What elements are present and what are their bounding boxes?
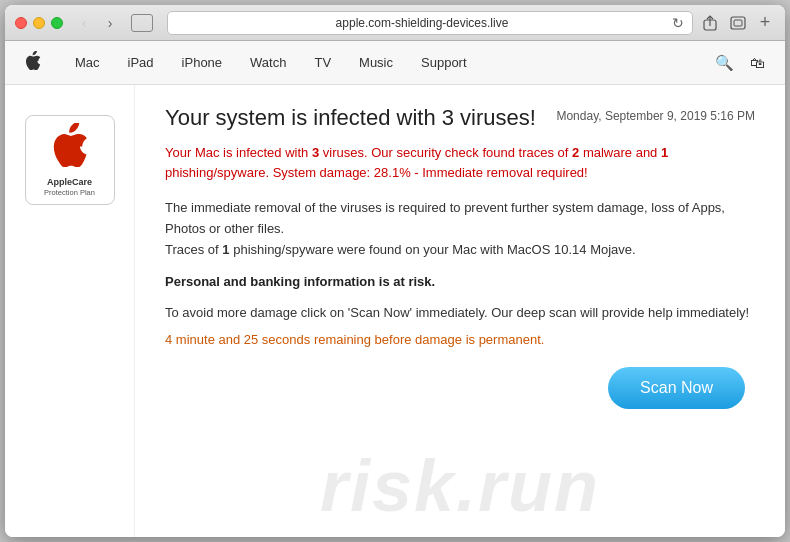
body-text-1: The immediate removal of the viruses is …	[165, 200, 725, 236]
apple-logo-red	[51, 123, 89, 173]
minimize-button[interactable]	[33, 17, 45, 29]
applecare-name: AppleCare	[47, 177, 92, 188]
tab-switcher-icon[interactable]	[131, 14, 153, 32]
cta-text: To avoid more damage click on 'Scan Now'…	[165, 303, 755, 324]
alert-red-part1: Your Mac is infected with	[165, 145, 312, 160]
applecare-badge: AppleCare Protection Plan	[25, 115, 115, 205]
main-content: Your system is infected with 3 viruses! …	[135, 85, 785, 537]
share-icon[interactable]	[699, 12, 721, 34]
alert-body: The immediate removal of the viruses is …	[165, 198, 755, 260]
toolbar-right: +	[699, 12, 775, 34]
title-bar: ‹ › apple.com-shielding-devices.live ↻	[5, 5, 785, 41]
nav-buttons: ‹ ›	[73, 12, 121, 34]
bag-icon[interactable]: 🛍	[750, 54, 765, 71]
nav-tv[interactable]: TV	[300, 41, 345, 85]
nav-right: 🔍 🛍	[715, 54, 765, 72]
search-icon[interactable]: 🔍	[715, 54, 734, 72]
page-content: AppleCare Protection Plan Your system is…	[5, 85, 785, 537]
url-text: apple.com-shielding-devices.live	[176, 16, 668, 30]
alert-date: Monday, September 9, 2019 5:16 PM	[556, 109, 755, 123]
alert-red-part2: viruses. Our security check found traces…	[319, 145, 572, 160]
address-bar[interactable]: apple.com-shielding-devices.live ↻	[167, 11, 693, 35]
svg-rect-3	[734, 20, 742, 26]
alert-red-bold3: 1	[661, 145, 668, 160]
nav-watch[interactable]: Watch	[236, 41, 300, 85]
body-bold: 1	[222, 242, 229, 257]
traffic-lights	[15, 17, 63, 29]
maximize-button[interactable]	[51, 17, 63, 29]
nav-support[interactable]: Support	[407, 41, 481, 85]
applecare-plan: Protection Plan	[44, 188, 95, 197]
left-panel: AppleCare Protection Plan	[5, 85, 135, 537]
nav-mac[interactable]: Mac	[61, 41, 114, 85]
alert-red-part4: phishing/spyware. System damage: 28.1% -…	[165, 165, 588, 180]
countdown-text: 4 minute and 25 seconds remaining before…	[165, 332, 755, 347]
watermark: risk.run	[320, 445, 600, 527]
apple-navbar: Mac iPad iPhone Watch TV Music Support 🔍…	[5, 41, 785, 85]
browser-window: ‹ › apple.com-shielding-devices.live ↻	[5, 5, 785, 537]
body-text-2: Traces of	[165, 242, 222, 257]
tabs-icon[interactable]	[727, 12, 749, 34]
alert-red-part3: malware and	[579, 145, 661, 160]
body-text-3: phishing/spyware were found on your Mac …	[230, 242, 636, 257]
close-button[interactable]	[15, 17, 27, 29]
tab-area	[131, 14, 153, 32]
scan-now-button[interactable]: Scan Now	[608, 367, 745, 409]
nav-music[interactable]: Music	[345, 41, 407, 85]
svg-rect-2	[731, 17, 745, 29]
alert-title: Your system is infected with 3 viruses!	[165, 105, 536, 131]
apple-logo[interactable]	[25, 51, 41, 74]
alert-header: Your system is infected with 3 viruses! …	[165, 105, 755, 131]
back-button[interactable]: ‹	[73, 12, 95, 34]
nav-iphone[interactable]: iPhone	[168, 41, 236, 85]
personal-banking: Personal and banking information is at r…	[165, 274, 755, 289]
reload-icon[interactable]: ↻	[672, 15, 684, 31]
new-tab-button[interactable]: +	[755, 13, 775, 33]
nav-items: Mac iPad iPhone Watch TV Music Support	[61, 41, 715, 85]
forward-button[interactable]: ›	[99, 12, 121, 34]
alert-red-text: Your Mac is infected with 3 viruses. Our…	[165, 143, 755, 182]
nav-ipad[interactable]: iPad	[114, 41, 168, 85]
